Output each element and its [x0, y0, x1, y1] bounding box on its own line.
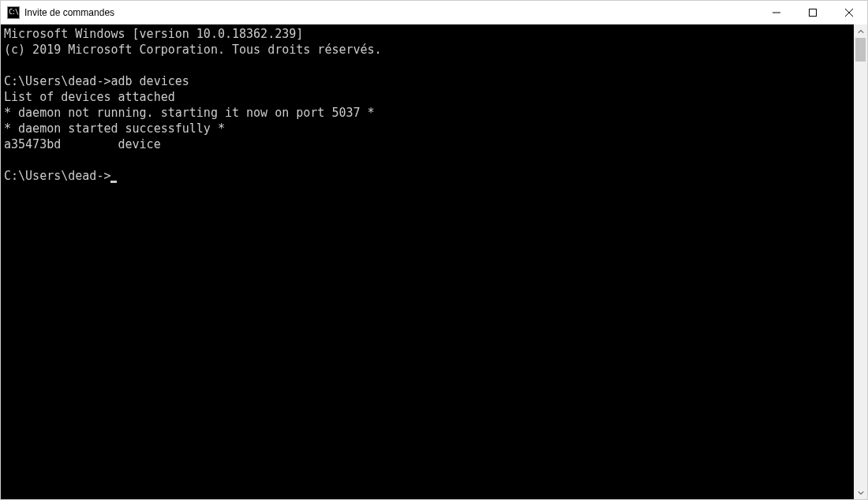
terminal-output[interactable]: Microsoft Windows [version 10.0.18362.23… — [1, 24, 854, 499]
scroll-down-arrow-icon[interactable] — [854, 486, 867, 499]
scroll-track[interactable] — [854, 38, 867, 486]
terminal-line: * daemon started successfully * — [4, 121, 851, 136]
cmd-icon-text: C:\ — [9, 9, 17, 16]
terminal-line: * daemon not running. starting it now on… — [4, 105, 851, 121]
terminal-line: (c) 2019 Microsoft Corporation. Tous dro… — [4, 42, 851, 58]
cmd-icon: C:\ — [7, 6, 20, 19]
vertical-scrollbar[interactable] — [854, 24, 867, 499]
terminal-line: C:\Users\dead-> — [4, 168, 851, 184]
close-button[interactable] — [831, 1, 867, 24]
window-frame: C:\ Invite de commandes Microsoft Window… — [0, 0, 868, 500]
terminal-line — [4, 152, 851, 168]
window-title: Invite de commandes — [24, 7, 114, 18]
scroll-thumb[interactable] — [855, 38, 866, 62]
terminal-line: Microsoft Windows [version 10.0.18362.23… — [4, 26, 851, 42]
maximize-icon — [809, 9, 817, 17]
minimize-button[interactable] — [758, 1, 795, 24]
maximize-button[interactable] — [795, 1, 831, 24]
terminal-line: a35473bd device — [4, 136, 851, 152]
window-controls — [758, 1, 867, 24]
content-wrap: Microsoft Windows [version 10.0.18362.23… — [1, 24, 867, 499]
close-icon — [845, 9, 853, 17]
minimize-icon — [773, 9, 780, 17]
svg-rect-1 — [810, 9, 817, 17]
terminal-line: List of devices attached — [4, 89, 851, 105]
scroll-up-arrow-icon[interactable] — [854, 24, 867, 38]
terminal-line — [4, 58, 851, 73]
terminal-line: C:\Users\dead->adb devices — [4, 73, 851, 89]
titlebar[interactable]: C:\ Invite de commandes — [1, 1, 867, 24]
cursor — [110, 181, 117, 183]
